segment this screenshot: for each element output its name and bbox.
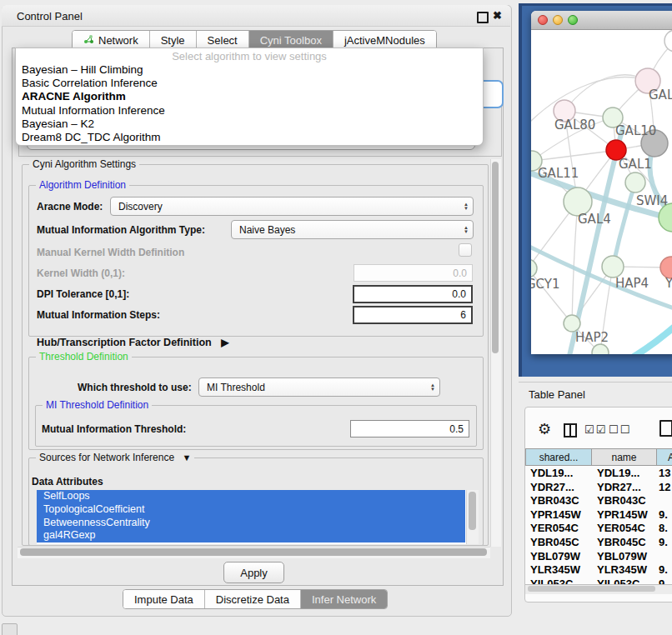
- settings-horizontal-thumb[interactable]: [20, 548, 487, 556]
- tab-select[interactable]: Select: [196, 31, 248, 49]
- table-row[interactable]: YBL079WYBL079W: [525, 550, 672, 564]
- cell-shared-name: YDR27...: [525, 481, 592, 495]
- cell-partial: 8.: [657, 522, 672, 536]
- gear-icon[interactable]: ⚙: [538, 420, 551, 438]
- table-horizontal-thumb[interactable]: [528, 586, 655, 592]
- algorithm-option[interactable]: Bayesian – K2: [16, 118, 483, 131]
- aracne-mode-value: Discovery: [118, 201, 163, 212]
- network-icon: [83, 34, 94, 47]
- mi-threshold-field[interactable]: 0.5: [350, 420, 469, 438]
- table-row[interactable]: YDL19...YDL19...13: [525, 467, 672, 481]
- attribute-item[interactable]: gal4RGexp: [37, 529, 465, 542]
- mi-threshold-group-title: MI Threshold Definition: [43, 399, 152, 411]
- expand-right-icon[interactable]: ▶: [221, 337, 228, 348]
- table-row[interactable]: YBR045CYBR045C9.: [525, 536, 672, 550]
- table-row[interactable]: YER054CYER054C8.: [525, 522, 672, 536]
- tab-label: Select: [208, 34, 238, 47]
- combo-arrows-icon: ▲▼: [464, 226, 469, 234]
- deselect-all-icon[interactable]: ☐☐: [609, 423, 631, 436]
- collapse-down-icon[interactable]: ▼: [182, 452, 191, 462]
- zoom-traffic-light[interactable]: [568, 15, 578, 25]
- close-icon[interactable]: ✖: [493, 9, 502, 22]
- table-row[interactable]: YDR27...YDR27...12: [525, 481, 672, 495]
- close-traffic-light[interactable]: [538, 15, 548, 25]
- table-row[interactable]: YPR145WYPR145W9.: [525, 508, 672, 522]
- attribute-item[interactable]: SelfLoops: [37, 490, 465, 503]
- which-threshold-label: Which threshold to use:: [78, 382, 192, 393]
- cell-partial: 9.: [657, 563, 672, 578]
- cell-partial: 12: [657, 481, 672, 495]
- network-node[interactable]: [564, 315, 580, 332]
- network-node[interactable]: [602, 256, 624, 278]
- tab-impute-data[interactable]: Impute Data: [123, 590, 204, 608]
- column-header-name[interactable]: name: [591, 448, 657, 466]
- network-node[interactable]: [592, 344, 609, 354]
- cell-partial: [657, 550, 672, 564]
- attributes-scrollbar-thumb[interactable]: [469, 492, 476, 530]
- network-node-label: GAL4: [578, 212, 611, 227]
- mi-threshold-label: Mutual Information Threshold:: [42, 423, 186, 435]
- minimize-traffic-light[interactable]: [553, 15, 563, 25]
- table-row[interactable]: YBR043CYBR043C: [525, 494, 672, 508]
- split-columns-icon[interactable]: [564, 423, 577, 438]
- network-node[interactable]: [625, 172, 645, 192]
- tab-cyni-toolbox[interactable]: Cyni Toolbox: [248, 31, 333, 49]
- combo-arrows-icon: ▲▼: [430, 383, 435, 392]
- algorithm-option[interactable]: ARACNE Algorithm: [16, 90, 483, 103]
- cell-partial: [657, 494, 672, 508]
- network-edge-thick: [613, 182, 635, 267]
- settings-vertical-thumb[interactable]: [492, 162, 499, 353]
- cell-partial: 9.: [657, 536, 672, 550]
- network-edge-thick: [629, 321, 672, 354]
- which-threshold-value: MI Threshold: [207, 382, 265, 393]
- cell-name: YDL19...: [592, 467, 657, 481]
- float-window-icon[interactable]: [477, 12, 489, 23]
- tab-label: Impute Data: [134, 593, 193, 606]
- mi-type-select[interactable]: Naive Bayes ▲▼: [231, 220, 474, 239]
- bottom-tabs: Impute DataDiscretize DataInfer Network: [123, 589, 388, 609]
- which-threshold-select[interactable]: MI Threshold ▲▼: [198, 378, 440, 397]
- algorithm-option[interactable]: Dream8 DC_TDC Algorithm: [16, 131, 483, 144]
- hub-definition-toggle[interactable]: Hub/Transcription Factor Definition ▶: [37, 337, 228, 348]
- hub-definition-label: Hub/Transcription Factor Definition: [37, 337, 212, 348]
- table-panel-divider: [519, 382, 672, 382]
- data-attributes-list[interactable]: SelfLoopsTopologicalCoefficientBetweenne…: [37, 490, 479, 544]
- manual-kernel-checkbox[interactable]: [459, 243, 472, 257]
- tab-network[interactable]: Network: [73, 31, 149, 49]
- cell-shared-name: YBL079W: [525, 550, 592, 564]
- tab-style[interactable]: Style: [149, 31, 196, 49]
- cell-shared-name: YPR145W: [525, 508, 592, 522]
- apply-button[interactable]: Apply: [223, 562, 284, 583]
- dpi-tolerance-field[interactable]: 0.0: [353, 285, 473, 303]
- attribute-item[interactable]: TopologicalCoefficient: [37, 503, 465, 517]
- kernel-width-label: Kernel Width (0,1):: [37, 268, 125, 279]
- network-node-label: HAP4: [615, 276, 649, 291]
- network-node-label: GCY1: [531, 277, 560, 292]
- mi-steps-field[interactable]: 6: [353, 306, 473, 324]
- column-header-shared[interactable]: shared...: [525, 448, 592, 466]
- attributes-scrollbar[interactable]: [466, 490, 479, 544]
- attribute-item[interactable]: BetweennessCentrality: [37, 517, 465, 530]
- bottom-left-partial-button[interactable]: [2, 623, 18, 635]
- algorithm-option[interactable]: Bayesian – Hill Climbing: [16, 63, 483, 77]
- algorithm-option[interactable]: Basic Correlation Inference: [16, 77, 483, 90]
- combo-arrows-icon: ▲▼: [464, 202, 469, 211]
- file-icon[interactable]: [659, 420, 672, 437]
- select-all-icon[interactable]: ☑☑: [584, 423, 607, 436]
- tab-discretize-data[interactable]: Discretize Data: [204, 590, 300, 608]
- column-header-partial[interactable]: A: [656, 448, 672, 466]
- tab-infer-network[interactable]: Infer Network: [300, 590, 387, 608]
- cell-partial: 9.: [657, 508, 672, 522]
- network-canvas[interactable]: GALGAL80GAL10GAL1GAL11SWI4GAL4GCY1HAP4YH…: [531, 29, 672, 354]
- aracne-mode-select[interactable]: Discovery ▲▼: [110, 197, 474, 216]
- cell-name: YBL079W: [592, 550, 657, 564]
- network-node[interactable]: [531, 259, 537, 278]
- algorithm-option[interactable]: Mutual Information Inference: [16, 104, 483, 118]
- cell-shared-name: YBR045C: [525, 536, 592, 550]
- network-node-label: GAL1: [619, 157, 652, 172]
- table-row[interactable]: YLR345WYLR345W9.: [525, 563, 672, 578]
- network-window: GALGAL80GAL10GAL1GAL11SWI4GAL4GCY1HAP4YH…: [531, 11, 672, 354]
- tab-jactivemnodules[interactable]: jActiveMNodules: [333, 31, 436, 49]
- tab-label: jActiveMNodules: [344, 34, 425, 47]
- network-node[interactable]: [664, 30, 672, 52]
